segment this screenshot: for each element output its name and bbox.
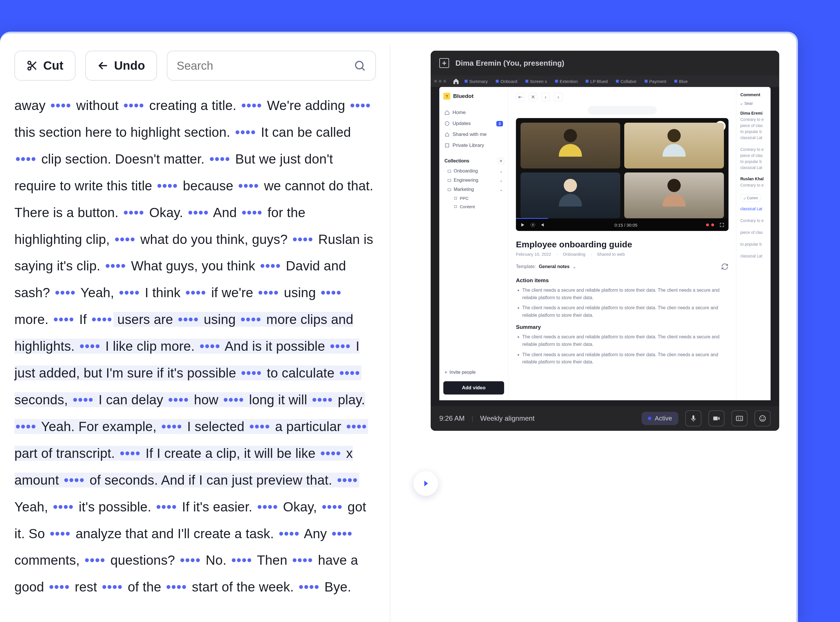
svg-point-14 <box>532 224 534 226</box>
collection-subitem[interactable]: PPC <box>443 194 504 203</box>
cut-button[interactable]: Cut <box>14 51 75 81</box>
browser-tab[interactable]: Screen s <box>522 78 550 84</box>
collection-item[interactable]: Onboarding⌄ <box>443 166 504 176</box>
browser-tab[interactable]: Extention <box>551 78 581 84</box>
main-area: ⇤ ✕ ‹ › <box>509 87 771 400</box>
arrow-left-icon <box>97 60 109 72</box>
progress-bar[interactable] <box>516 218 548 219</box>
chevron-down-icon: ⌄ <box>499 178 503 183</box>
content-column: ⇤ ✕ ‹ › <box>509 87 736 400</box>
chevron-down-icon: ⌄ <box>499 187 503 192</box>
document-title: Employee onboarding guide <box>516 239 729 249</box>
toolbar: Cut Undo <box>14 51 376 81</box>
collection-item[interactable]: Engineering⌄ <box>443 176 504 185</box>
participant-tile <box>624 123 724 168</box>
sidebar-item[interactable]: Home <box>443 107 504 118</box>
comments-header: Comment <box>740 92 771 97</box>
participant-tile <box>521 172 620 218</box>
svg-point-17 <box>761 418 762 418</box>
nav-forward-button[interactable]: › <box>554 93 563 101</box>
sidebar-item[interactable]: Private Library <box>443 140 504 151</box>
browser-tab[interactable]: Blue <box>671 78 691 84</box>
fullscreen-icon[interactable] <box>719 222 724 227</box>
player-controls[interactable]: 0:15 / 30:05 <box>516 219 729 231</box>
captions-button[interactable] <box>732 410 748 427</box>
brand-name: Bluedot <box>453 93 473 99</box>
invite-people-button[interactable]: + Invite people <box>443 367 504 378</box>
search-icon: ⌕ <box>740 101 743 106</box>
participant-tile <box>521 123 620 168</box>
brand-logo: ? <box>443 93 450 100</box>
play-icon[interactable] <box>520 222 525 227</box>
svg-point-5 <box>356 61 363 69</box>
participant-tile <box>624 172 724 218</box>
scissors-icon <box>26 60 38 72</box>
search-icon <box>353 59 366 72</box>
add-collection-button[interactable]: + <box>498 158 504 164</box>
browser-tab[interactable]: Payment <box>641 78 670 84</box>
collapse-sidebar-button[interactable]: ⇤ <box>516 93 525 101</box>
content-toolbar: ⇤ ✕ ‹ › <box>516 93 729 101</box>
svg-rect-11 <box>448 189 451 191</box>
transcript-pane: Cut Undo away •••• without •••• creating… <box>0 34 390 622</box>
present-icon <box>439 58 449 68</box>
undo-label: Undo <box>114 59 145 73</box>
search-field[interactable] <box>167 51 376 81</box>
comment-entry: Dima EremiContrary to epiece of clasto p… <box>740 111 771 141</box>
list-item: The client needs a secure and reliable p… <box>522 287 729 301</box>
comment-reply-button[interactable]: ⌕ Comm <box>740 194 761 202</box>
list-item: The client needs a secure and reliable p… <box>522 333 729 348</box>
player-time: 0:15 / 30:05 <box>614 223 637 227</box>
browser-tab[interactable]: LP Blued <box>582 78 611 84</box>
svg-rect-13 <box>455 206 457 208</box>
volume-icon[interactable] <box>541 222 546 227</box>
reactions-button[interactable] <box>754 410 771 427</box>
undo-button[interactable]: Undo <box>85 51 157 81</box>
browser-tabrow: SummaryOnboardScreen sExtentionLP BluedC… <box>431 75 779 87</box>
status-dot-icon <box>648 417 651 420</box>
list-item: The client needs a secure and reliable p… <box>522 351 729 366</box>
chevron-down-icon: ⌄ <box>499 169 503 173</box>
refresh-icon[interactable] <box>721 263 729 270</box>
comments-search[interactable]: ⌕ Sear <box>740 101 771 106</box>
expand-pane-button[interactable] <box>413 471 438 496</box>
mic-button[interactable] <box>685 410 701 427</box>
transcript-text[interactable]: away •••• without •••• creating a title.… <box>14 92 376 601</box>
svg-line-6 <box>362 68 364 70</box>
nav-back-button[interactable]: ‹ <box>541 93 550 101</box>
summary-header: Summary <box>516 324 729 330</box>
plus-icon: + <box>444 370 447 375</box>
sidebar-item[interactable]: Shared with me <box>443 129 504 140</box>
video-player[interactable]: 0:15 / 30:05 <box>516 118 729 231</box>
settings-icon[interactable] <box>530 222 536 227</box>
svg-point-16 <box>760 416 765 421</box>
preview-pane: Dima Eremin (You, presenting) SummaryOnb… <box>390 34 796 622</box>
svg-point-18 <box>763 418 764 418</box>
close-button[interactable]: ✕ <box>528 93 537 101</box>
add-video-button[interactable]: Add video <box>443 381 504 395</box>
clock: 9:26 AM <box>439 415 465 422</box>
svg-point-1 <box>28 67 31 70</box>
browser-tab[interactable]: Onboard <box>492 78 521 84</box>
template-selector[interactable]: Template: General notes ⌄ <box>516 263 729 270</box>
camera-button[interactable] <box>709 410 724 427</box>
meeting-bottombar: 9:26 AM | Weekly alignment Active <box>431 406 779 431</box>
presenter-name: Dima Eremin (You, presenting) <box>455 59 564 68</box>
active-status[interactable]: Active <box>641 412 678 425</box>
chevron-right-icon <box>422 479 430 488</box>
url-chip <box>588 106 657 114</box>
titlebar: Dima Eremin (You, presenting) <box>431 51 779 75</box>
svg-rect-9 <box>448 170 451 172</box>
svg-rect-10 <box>448 179 451 182</box>
browser-tab[interactable]: Summary <box>461 78 491 84</box>
collection-subitem[interactable]: Content <box>443 203 504 211</box>
sidebar-item[interactable]: Updates3 <box>443 118 504 129</box>
browser-tab[interactable]: Collabor <box>612 78 640 84</box>
app-panel: Cut Undo away •••• without •••• creating… <box>0 32 798 622</box>
collections-header: Collections + <box>444 158 504 164</box>
search-input[interactable] <box>177 59 348 72</box>
home-icon[interactable] <box>452 78 460 85</box>
traffic-lights-icon <box>434 80 446 83</box>
action-items-list: The client needs a secure and reliable p… <box>516 287 729 319</box>
collection-item[interactable]: Marketing⌄ <box>443 185 504 194</box>
